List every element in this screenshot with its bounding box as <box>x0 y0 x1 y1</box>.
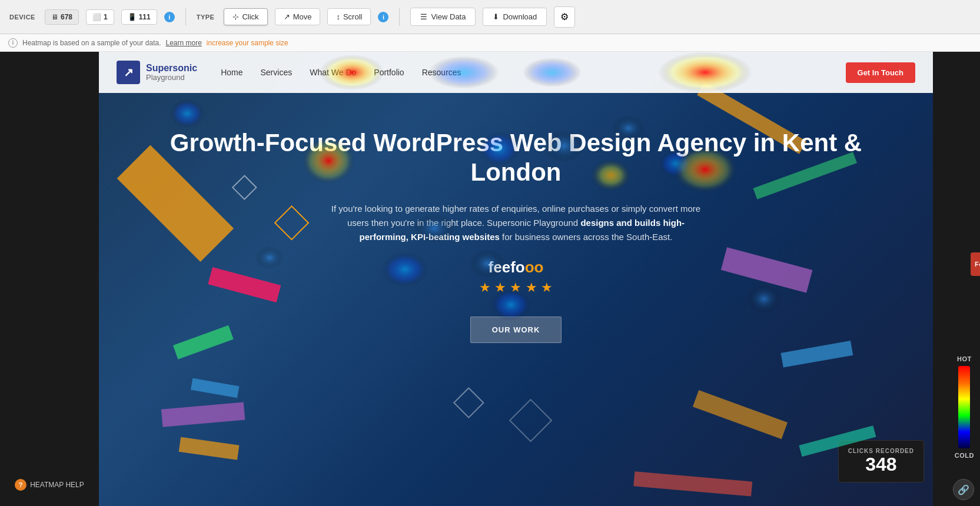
device-info-icon[interactable]: i <box>164 12 175 22</box>
tablet-device-btn[interactable]: ⬜ 1 <box>86 9 114 25</box>
learn-more-link[interactable]: Learn more <box>165 39 201 47</box>
our-work-btn[interactable]: OUR WORK <box>470 317 562 343</box>
feefo-logo: feefooo <box>122 258 909 277</box>
site-nav: ↗ Supersonic Playground Home Services Wh… <box>99 52 933 93</box>
website-preview: ↗ Supersonic Playground Home Services Wh… <box>99 52 933 506</box>
hero-title: Growth-Focused WordPress Web Design Agen… <box>122 128 909 188</box>
svg-rect-12 <box>633 471 752 496</box>
nav-home[interactable]: Home <box>221 68 242 77</box>
nav-resources[interactable]: Resources <box>422 68 461 77</box>
increase-sample-link[interactable]: increase your sample size <box>207 39 288 47</box>
feefo-section: feefooo ★ ★ ★ ★ ★ <box>122 258 909 295</box>
svg-rect-4 <box>161 402 245 427</box>
svg-rect-10 <box>693 390 788 439</box>
svg-rect-3 <box>191 378 239 398</box>
heatmap-help-label: HEATMAP HELP <box>30 481 84 489</box>
hero-paragraph: If you're looking to generate higher rat… <box>328 202 705 244</box>
right-sidebar: HOT COLD 🔗 <box>933 52 980 506</box>
info-message: Heatmap is based on a sample of your dat… <box>22 39 161 47</box>
info-bar: i Heatmap is based on a sample of your d… <box>0 34 980 52</box>
tablet-count: 1 <box>104 13 108 21</box>
nav-links: Home Services What We Do Portfolio Resou… <box>221 68 822 77</box>
website-content: ↗ Supersonic Playground Home Services Wh… <box>99 52 933 506</box>
desktop-count: 678 <box>61 13 72 21</box>
tablet-icon: ⬜ <box>92 13 101 21</box>
scroll-icon: ↕ <box>336 12 340 21</box>
desktop-icon: 🖥 <box>51 13 58 21</box>
heatmap-help-btn[interactable]: ? HEATMAP HELP <box>9 475 90 494</box>
feedback-btn[interactable]: Feedback ✉ <box>971 252 980 276</box>
table-icon: ☰ <box>420 12 427 21</box>
toolbar-divider-2 <box>399 8 400 26</box>
nav-what-we-do[interactable]: What We Do <box>310 68 356 77</box>
click-icon: ⊹ <box>232 12 239 21</box>
star-rating: ★ ★ ★ ★ ★ <box>122 280 909 295</box>
type-label: TYPE <box>197 14 215 21</box>
site-logo: ↗ Supersonic Playground <box>117 61 197 84</box>
view-data-btn[interactable]: ☰ View Data <box>410 8 476 26</box>
move-type-btn[interactable]: ↗ Move <box>275 8 321 25</box>
svg-rect-16 <box>510 400 552 441</box>
nav-portfolio[interactable]: Portfolio <box>374 68 404 77</box>
hero-section: Growth-Focused WordPress Web Design Agen… <box>99 93 933 378</box>
mobile-count: 111 <box>139 13 151 21</box>
settings-btn[interactable]: ⚙ <box>554 6 575 28</box>
clicks-recorded-panel: CLICKS RECORDED 348 <box>838 440 924 482</box>
clicks-count: 348 <box>848 454 914 475</box>
svg-marker-14 <box>454 388 483 417</box>
left-sidebar: ? HEATMAP HELP <box>0 52 99 506</box>
scroll-type-btn[interactable]: ↕ Scroll <box>327 8 371 25</box>
move-icon: ↗ <box>284 12 290 21</box>
svg-rect-5 <box>179 437 240 460</box>
hot-label: HOT <box>957 355 972 362</box>
download-icon: ⬇ <box>493 12 499 21</box>
logo-text: Supersonic Playground <box>146 63 197 82</box>
mobile-device-btn[interactable]: 📱 111 <box>121 9 157 25</box>
mobile-icon: 📱 <box>128 13 137 21</box>
nav-cta-btn[interactable]: Get In Touch <box>846 62 915 83</box>
logo-sub: Playground <box>146 74 197 82</box>
download-btn[interactable]: ⬇ Download <box>483 8 547 26</box>
color-scale: HOT COLD <box>955 355 974 459</box>
toolbar-divider-1 <box>185 8 186 26</box>
info-bar-icon: i <box>8 38 18 48</box>
logo-name: Supersonic <box>146 63 197 74</box>
gear-icon: ⚙ <box>560 11 569 22</box>
device-label: DEVICE <box>9 14 35 21</box>
desktop-device-btn[interactable]: 🖥 678 <box>45 9 79 25</box>
cold-label: COLD <box>955 452 974 459</box>
help-icon: ? <box>15 479 26 491</box>
toolbar: DEVICE 🖥 678 ⬜ 1 📱 111 i TYPE ⊹ Click ↗ … <box>0 0 980 34</box>
link-icon[interactable]: 🔗 <box>953 479 974 500</box>
color-scale-bar <box>958 366 970 448</box>
type-info-icon[interactable]: i <box>378 12 388 22</box>
logo-icon: ↗ <box>117 61 140 84</box>
click-type-btn[interactable]: ⊹ Click <box>224 8 267 25</box>
nav-services[interactable]: Services <box>261 68 293 77</box>
main-area: ? HEATMAP HELP <box>0 52 980 506</box>
